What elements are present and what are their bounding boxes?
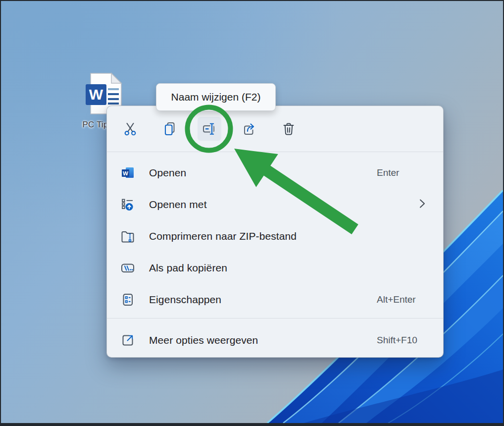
menu-item-label: Als pad kopiëren <box>149 262 227 274</box>
menu-item-label: Eigenschappen <box>149 294 221 306</box>
word-letter: W <box>89 86 103 103</box>
copy-path-icon <box>121 261 135 275</box>
menu-list: W Openen Enter <box>107 152 443 356</box>
menu-item-als-pad-kopieren[interactable]: Als pad kopiëren <box>107 252 443 284</box>
context-menu: W Openen Enter <box>106 106 444 358</box>
rename-icon <box>202 121 217 136</box>
menu-item-comprimeren-zip[interactable]: Comprimeren naar ZIP-bestand <box>107 220 443 252</box>
menu-item-shortcut: Enter <box>377 167 399 178</box>
more-options-icon <box>121 333 135 347</box>
menu-item-shortcut: Alt+Enter <box>377 294 416 305</box>
menu-item-label: Meer opties weergeven <box>149 334 258 346</box>
rename-tooltip: Naam wijzigen (F2) <box>156 83 276 111</box>
zip-folder-icon <box>121 229 135 243</box>
tooltip-text: Naam wijzigen (F2) <box>171 91 261 103</box>
menu-divider <box>107 318 443 319</box>
open-with-icon <box>121 198 135 212</box>
menu-item-label: Openen met <box>149 199 207 211</box>
copy-button[interactable] <box>158 117 182 141</box>
menu-item-label: Comprimeren naar ZIP-bestand <box>149 230 297 242</box>
rename-button[interactable] <box>198 117 221 141</box>
svg-text:W: W <box>123 170 128 176</box>
menu-item-shortcut: Shift+F10 <box>377 335 417 346</box>
screenshot-frame: W PC Tips <box>0 0 504 426</box>
submenu-chevron-icon <box>418 198 427 211</box>
share-button[interactable] <box>237 117 261 141</box>
desktop: W PC Tips <box>1 1 503 423</box>
cut-button[interactable] <box>118 117 142 141</box>
context-menu-toolbar <box>107 106 443 152</box>
delete-icon <box>281 121 296 136</box>
delete-button[interactable] <box>277 117 301 141</box>
properties-icon <box>121 293 135 307</box>
word-icon: W <box>121 166 135 180</box>
menu-item-label: Openen <box>149 167 186 179</box>
cut-icon <box>123 121 138 136</box>
copy-icon <box>162 121 177 136</box>
share-icon <box>242 121 256 136</box>
menu-item-eigenschappen[interactable]: Eigenschappen Alt+Enter <box>107 284 443 316</box>
menu-item-meer-opties[interactable]: Meer opties weergeven Shift+F10 <box>107 324 443 356</box>
menu-item-openen[interactable]: W Openen Enter <box>107 157 443 189</box>
menu-item-openen-met[interactable]: Openen met <box>107 189 443 220</box>
